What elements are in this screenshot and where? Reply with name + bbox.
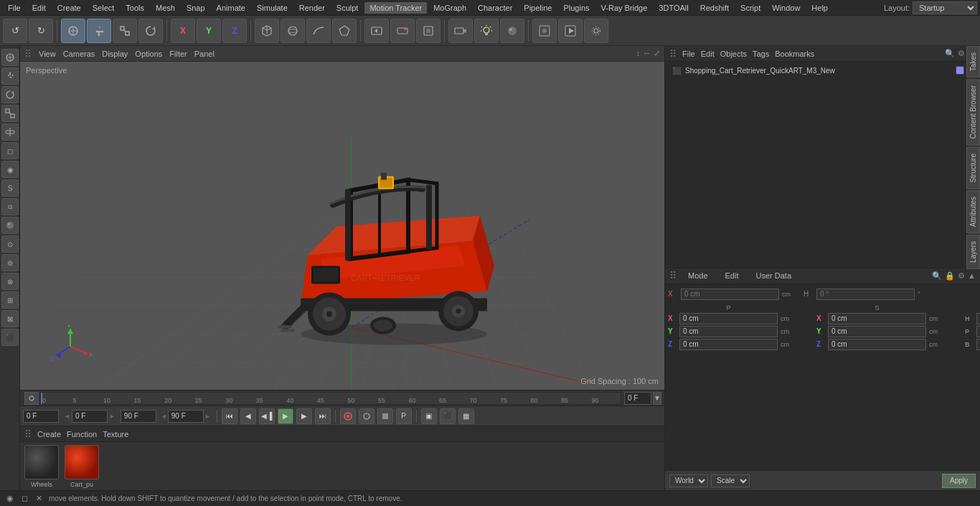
timeline-expand-btn[interactable]: ▼ [653, 392, 661, 405]
attr-field-px[interactable] [681, 289, 779, 300]
attr-field-h[interactable] [816, 289, 915, 300]
status-icon-2[interactable]: ◻ [19, 493, 30, 505]
viewport-icon-arrow-ud[interactable]: ↕ [636, 49, 641, 58]
left-btn-magnet[interactable]: ◉ [1, 161, 19, 178]
menu-character[interactable]: Character [473, 2, 517, 14]
timeline-home-btn[interactable] [24, 392, 39, 405]
side-tab-layers[interactable]: Layers [966, 235, 980, 269]
status-icon-1[interactable]: ◉ [4, 493, 16, 505]
menu-animate[interactable]: Animate [212, 2, 250, 14]
om-settings-icon[interactable]: ⚙ [958, 49, 965, 58]
left-btn-rotate[interactable] [1, 86, 19, 103]
viewport-menu-filter[interactable]: Filter [169, 50, 187, 58]
attr-settings-icon[interactable]: ⚙ [958, 271, 965, 281]
menu-window[interactable]: Window [767, 2, 805, 14]
motion-trail-btn[interactable]: ⬛ [440, 408, 456, 424]
move-btn[interactable] [87, 19, 111, 43]
menu-plugins[interactable]: Plugins [558, 2, 594, 14]
x-axis-btn[interactable]: X [171, 19, 195, 43]
menu-select[interactable]: Select [88, 2, 120, 14]
left-btn-bevel[interactable]: ⊗ [1, 273, 19, 290]
side-tab-attributes[interactable]: Attributes [966, 190, 980, 233]
record-btn2[interactable] [359, 408, 374, 424]
record-btn[interactable] [390, 19, 415, 43]
viewport-menu-options[interactable]: Options [135, 50, 162, 58]
z-axis-btn[interactable]: Z [222, 19, 247, 43]
goto-start-btn[interactable]: ⏮ [222, 408, 237, 424]
prev-frame-btn[interactable]: ◀ [240, 408, 256, 424]
om-item-cart[interactable]: ⬛ Shopping_Cart_Retriever_QuickART_M3_Ne… [669, 65, 976, 76]
rotate-btn[interactable] [138, 19, 163, 43]
attr-b-val[interactable] [976, 339, 980, 350]
menu-mograph[interactable]: MoGraph [428, 2, 471, 14]
layout-dropdown[interactable]: Startup Standard Essentials [913, 1, 977, 14]
side-tab-content-browser[interactable]: Content Browser [966, 79, 980, 145]
attr-menu-mode[interactable]: Mode [682, 270, 714, 281]
attr-p-val[interactable] [976, 326, 980, 337]
play-btn[interactable]: ▶ [278, 408, 293, 424]
render-btn[interactable] [558, 19, 583, 43]
attr-sx-x[interactable] [828, 313, 926, 324]
scale-btn[interactable] [113, 19, 137, 43]
om-menu-edit[interactable]: Edit [701, 50, 715, 58]
menu-simulate[interactable]: Simulate [252, 2, 293, 14]
menu-create[interactable]: Create [52, 2, 86, 14]
menu-help[interactable]: Help [806, 2, 833, 14]
motion-clip-btn[interactable]: ▣ [421, 408, 437, 424]
transport-end-field[interactable] [121, 410, 156, 423]
viewport-icon-arrow-lr[interactable]: ↔ [643, 49, 651, 58]
keyframe-btn[interactable]: P [396, 408, 412, 424]
attr-h-val[interactable] [976, 313, 980, 324]
left-btn-knife[interactable]: ◻ [1, 142, 19, 159]
left-btn-loop[interactable]: ⊚ [1, 254, 19, 271]
left-btn-material[interactable] [1, 217, 19, 234]
sphere-btn[interactable] [281, 19, 305, 43]
left-btn-paint[interactable]: S [1, 179, 19, 197]
attr-lock-icon[interactable]: 🔒 [945, 271, 955, 281]
left-btn-scale[interactable] [1, 105, 19, 122]
menu-motion-tracker[interactable]: Motion Tracker [364, 2, 427, 14]
apply-button[interactable]: Apply [942, 474, 976, 488]
mat-item-wheels[interactable]: Wheels [24, 445, 59, 488]
om-menu-file[interactable]: File [682, 50, 695, 58]
viewport-menu-panel[interactable]: Panel [194, 50, 215, 58]
mat-menu-texture[interactable]: Texture [103, 430, 128, 439]
left-btn-extrude[interactable]: ⊞ [1, 291, 19, 309]
light-btn[interactable] [474, 19, 499, 43]
mat-item-cart[interactable]: Cart_pu [65, 445, 99, 488]
mat-menu-function[interactable]: Function [67, 430, 97, 439]
attr-menu-userdata[interactable]: User Data [750, 270, 798, 281]
play-reverse-btn[interactable]: ◀▐ [259, 408, 275, 424]
attr-sx-z[interactable] [828, 339, 926, 350]
menu-file[interactable]: File [3, 2, 26, 14]
attr-sx-y[interactable] [828, 326, 926, 337]
y-axis-btn[interactable]: Y [197, 19, 221, 43]
start-frame-spinner-down[interactable]: ◄ [63, 413, 71, 420]
left-btn-transform[interactable] [1, 123, 19, 141]
object-axis-btn[interactable] [61, 19, 85, 43]
attr-collapse-icon[interactable]: ▲ [968, 271, 976, 281]
timeline-btn[interactable] [364, 19, 389, 43]
undo-btn[interactable]: ↺ [3, 19, 27, 43]
menu-mesh[interactable]: Mesh [151, 2, 180, 14]
om-menu-tags[interactable]: Tags [753, 50, 769, 58]
menu-vray[interactable]: V-Ray Bridge [596, 2, 653, 14]
material-sphere-btn[interactable] [500, 19, 524, 43]
menu-redshift[interactable]: Redshift [695, 2, 734, 14]
menu-pipeline[interactable]: Pipeline [519, 2, 557, 14]
menu-render[interactable]: Render [294, 2, 330, 14]
timeline-end-field[interactable] [624, 392, 651, 405]
record-stop-btn[interactable] [377, 408, 393, 424]
goto-end-btn[interactable]: ⏭ [315, 408, 331, 424]
menu-tools[interactable]: Tools [121, 2, 149, 14]
menu-script[interactable]: Script [735, 2, 765, 14]
polygon-btn[interactable] [332, 19, 357, 43]
om-search-icon[interactable]: 🔍 [945, 49, 955, 58]
om-menu-objects[interactable]: Objects [720, 50, 747, 58]
render-settings-btn[interactable] [584, 19, 608, 43]
attr-px-y[interactable] [679, 326, 778, 337]
left-btn-stitch[interactable]: ⊠ [1, 310, 19, 327]
menu-snap[interactable]: Snap [182, 2, 210, 14]
end-frame-spinner-up[interactable]: ► [204, 413, 211, 420]
om-menu-bookmarks[interactable]: Bookmarks [775, 50, 814, 58]
